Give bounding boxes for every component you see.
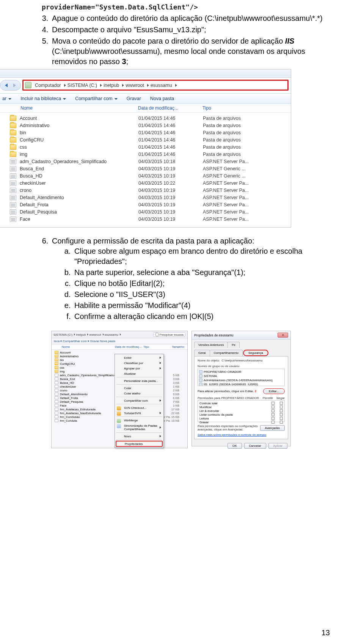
file-row[interactable]: Busca_HD04/03/2015 10:19ASP.NET Generic … — [0, 172, 291, 179]
crumb-computador[interactable]: Computador — [33, 83, 63, 88]
group-item[interactable]: Administradores (SEDEA-142699\Administra… — [199, 378, 283, 382]
checkbox-allow[interactable] — [271, 421, 275, 424]
folder-icon — [10, 123, 16, 128]
file-icon — [10, 159, 16, 164]
menu-item[interactable]: Atualizar — [115, 371, 163, 376]
menu-item[interactable]: Novo — [115, 434, 163, 439]
file-row[interactable]: ConfigCRU01/04/2015 14:46Pasta de arquiv… — [0, 136, 291, 143]
menu-item[interactable]: SVN Checkout... — [115, 405, 163, 410]
col-type[interactable]: Tipo — [202, 105, 291, 111]
groups-listbox[interactable]: PROPRIETÁRIO CRIADORSISTEMAAdministrador… — [198, 369, 285, 386]
apply-button[interactable]: Aplicar — [268, 443, 287, 449]
col-name[interactable]: Nome — [20, 105, 138, 111]
code-snippet: providerName="System.Data.SqlClient"/> — [42, 0, 330, 11]
file-row[interactable]: crono04/03/2015 10:19ASP.NET Server Pa..… — [0, 187, 291, 194]
substep-b: Na parte superior, selecione a aba "Segu… — [73, 267, 330, 278]
crumb-sistema-c-[interactable]: SISTEMA (C:) — [66, 83, 99, 88]
learn-more-link[interactable]: Saiba mais sobre permissões e controle d… — [198, 433, 285, 437]
column-headers: Nome Data de modificaç... Tipo — [0, 104, 291, 113]
crumb-esussamu[interactable]: esussamu — [149, 83, 174, 88]
file-row[interactable]: Default_Pesquisa04/03/2015 10:19ASP.NET … — [0, 208, 291, 215]
checkbox-allow[interactable] — [271, 409, 275, 412]
file-row[interactable]: Administrativo01/04/2015 14:46Pasta de a… — [0, 122, 291, 129]
windows-explorer-screenshot: ComputadorSISTEMA (C:)inetpubwwwrootesus… — [0, 69, 291, 228]
menu-item[interactable]: Exibir — [115, 355, 163, 360]
tab[interactable]: Versões Anteriores — [194, 342, 228, 348]
file-row[interactable]: adm_Cadastro_Operadores_Simplificado04/0… — [0, 158, 291, 165]
file-icon — [10, 188, 16, 193]
tab-seguranca[interactable]: Segurança1 — [243, 350, 268, 356]
menu-item[interactable]: Propriedades — [116, 441, 163, 447]
file-row[interactable]: css01/04/2015 14:46Pasta de arquivos — [0, 143, 291, 151]
menu-item[interactable]: Sincronização de Pastas Compartilhadas — [115, 423, 163, 432]
crumb-inetpub[interactable]: inetpub — [102, 83, 121, 88]
checkbox-deny[interactable] — [280, 409, 283, 412]
checkbox-deny[interactable] — [280, 413, 283, 416]
toolbar-newfolder[interactable]: Nova pasta — [150, 96, 174, 101]
menu-item[interactable]: TortoiseSVN — [115, 410, 163, 416]
menu-item[interactable]: Personalizar esta pasta... — [115, 378, 163, 383]
file-row[interactable]: Default_Frota04/03/2015 10:19ASP.NET Ser… — [0, 201, 291, 208]
toolbar-share[interactable]: Compartilhar com — [75, 96, 118, 101]
menu-item[interactable]: Colar — [115, 385, 163, 391]
menu-item[interactable]: Classificar por — [115, 360, 163, 366]
substep-c: Clique no botão |Editar|(2); — [73, 278, 330, 289]
checkbox-deny[interactable] — [280, 405, 283, 408]
checkbox-deny[interactable] — [280, 421, 283, 424]
tab[interactable]: Geral — [194, 350, 210, 356]
left-addressbar: SISTEMA (C:)inetpubwwwrootesussamu Pesqu… — [52, 331, 187, 338]
file-row[interactable]: checkinUser04/03/2015 10:22ASP.NET Serve… — [0, 179, 291, 187]
advanced-button[interactable]: Avançadas — [260, 425, 285, 431]
file-row[interactable]: Busca_End04/03/2015 10:19ASP.NET Generic… — [0, 165, 291, 172]
breadcrumb-bar[interactable]: ComputadorSISTEMA (C:)inetpubwwwrootesus… — [22, 80, 289, 91]
menu-item[interactable]: WinMerge — [115, 418, 163, 423]
checkbox-deny[interactable] — [280, 417, 283, 420]
file-row[interactable]: bin01/04/2015 14:46Pasta de arquivos — [0, 129, 291, 136]
sub-ordered-list: Clique sobre algum espaço em branco dent… — [73, 246, 330, 322]
checkbox-deny[interactable] — [280, 402, 283, 405]
substep-e: Habilite a permissão "Modificar"(4) — [73, 300, 330, 311]
menu-item[interactable]: Compartilhar com — [115, 398, 163, 403]
step-6: Configure a permissão de escrita da past… — [50, 236, 330, 322]
tab[interactable]: Pe — [228, 342, 240, 348]
folder-icon — [10, 116, 16, 121]
step-3: Apague o conteúdo do diretório da aplica… — [50, 13, 330, 24]
user-icon — [199, 383, 202, 386]
checkbox-allow[interactable] — [271, 417, 275, 420]
file-row[interactable]: img01/04/2015 14:46Pasta de arquivos — [0, 151, 291, 158]
checkbox-allow[interactable] — [271, 405, 275, 408]
crumb-wwwroot[interactable]: wwwroot — [124, 83, 146, 88]
substep-a: Clique sobre algum espaço em branco dent… — [73, 246, 330, 267]
nav-back-forward[interactable] — [0, 80, 21, 91]
menu-item[interactable]: Colar atalho — [115, 391, 163, 396]
user-icon — [199, 370, 202, 374]
tab[interactable]: Compartilhamento — [210, 350, 243, 356]
ok-button[interactable]: OK — [228, 443, 242, 449]
file-list: Account01/04/2015 14:46Pasta de arquivos… — [0, 113, 291, 227]
file-row[interactable]: Face04/03/2015 10:19ASP.NET Server Pa... — [0, 215, 291, 223]
file-icon — [10, 217, 16, 222]
close-icon[interactable]: ✕ — [278, 333, 288, 338]
main-ordered-list-continued: Configure a permissão de escrita da past… — [50, 236, 330, 322]
toolbar-include[interactable]: Incluir na biblioteca — [20, 96, 66, 101]
col-date[interactable]: Data de modificaç... — [138, 105, 202, 111]
user-icon — [199, 374, 202, 378]
group-item[interactable]: PROPRIETÁRIO CRIADOR — [199, 370, 283, 374]
context-menu[interactable]: ExibirClassificar porAgrupar porAtualiza… — [115, 354, 164, 448]
toolbar-ar[interactable]: ar — [2, 96, 11, 101]
checkbox-allow[interactable] — [271, 402, 275, 405]
file-row[interactable]: Default_Atendimento04/03/2015 10:19ASP.N… — [0, 194, 291, 201]
permissions-list: Controle totalModificarLer & executarLis… — [198, 400, 285, 422]
menu-item[interactable]: Agrupar por — [115, 366, 163, 371]
cancel-button[interactable]: Cancelar — [244, 443, 266, 449]
edit-button[interactable]: Editar... — [263, 388, 285, 394]
file-icon — [10, 209, 16, 215]
file-row[interactable]: Account01/04/2015 14:46Pasta de arquivos — [0, 115, 291, 122]
checkbox-allow[interactable] — [271, 413, 275, 416]
group-item[interactable]: SISTEMA — [199, 374, 283, 378]
toolbar-burn[interactable]: Gravar — [127, 96, 141, 101]
main-ordered-list: Apague o conteúdo do diretório da aplica… — [50, 13, 330, 67]
explorer-toolbar: ar Incluir na biblioteca Compartilhar co… — [0, 93, 291, 104]
chevron-right-icon — [175, 84, 177, 87]
group-item[interactable]: IIS_IUSRS (SEDEA-142699\IIS_IUSRS) — [199, 382, 283, 386]
